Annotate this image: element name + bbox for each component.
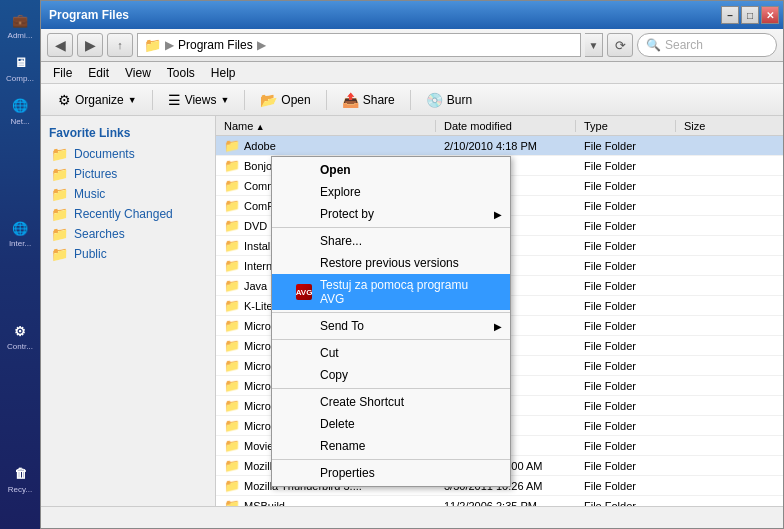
context-menu: OpenExploreProtect by▶Share...Restore pr…: [271, 156, 511, 487]
folder-icon-sm: 📁: [224, 358, 240, 373]
folder-icon-sm: 📁: [224, 238, 240, 253]
up-button[interactable]: ↑: [107, 33, 133, 57]
menu-view[interactable]: View: [117, 64, 159, 82]
context-menu-item[interactable]: Cut: [272, 342, 510, 364]
context-menu-item[interactable]: Explore: [272, 181, 510, 203]
forward-button[interactable]: ▶: [77, 33, 103, 57]
col-header-size[interactable]: Size: [676, 120, 783, 132]
address-bar-area: ◀ ▶ ↑ 📁 ▶ Program Files ▶ ▼ ⟳ 🔍 Search: [41, 29, 783, 62]
views-button[interactable]: ☰ Views ▼: [157, 87, 241, 113]
folder-icon-sm: 📁: [224, 278, 240, 293]
open-button[interactable]: 📂 Open: [249, 87, 321, 113]
window-title: Program Files: [49, 8, 129, 22]
close-button[interactable]: ✕: [761, 6, 779, 24]
file-type: File Folder: [576, 420, 676, 432]
sidebar-item-pictures[interactable]: 📁 Pictures: [47, 164, 209, 184]
context-menu-item[interactable]: Send To▶: [272, 315, 510, 337]
refresh-button[interactable]: ⟳: [607, 33, 633, 57]
context-menu-item[interactable]: Create Shortcut: [272, 391, 510, 413]
file-type: File Folder: [576, 460, 676, 472]
breadcrumb-path: Program Files: [178, 38, 253, 52]
file-type: File Folder: [576, 200, 676, 212]
left-icon-recy-label: Recy...: [8, 486, 32, 495]
col-header-type[interactable]: Type: [576, 120, 676, 132]
address-dropdown[interactable]: ▼: [585, 33, 603, 57]
sidebar-item-label-searches: Searches: [74, 227, 125, 241]
views-label: Views: [185, 93, 217, 107]
status-bar: [41, 506, 783, 528]
file-type: File Folder: [576, 360, 676, 372]
burn-label: Burn: [447, 93, 472, 107]
sidebar-item-public[interactable]: 📁 Public: [47, 244, 209, 264]
folder-icon-sm: 📁: [224, 258, 240, 273]
context-menu-item[interactable]: AVGTestuj za pomocą programu AVG: [272, 274, 510, 310]
context-menu-separator: [272, 388, 510, 389]
context-menu-item[interactable]: Share...: [272, 230, 510, 252]
context-menu-item[interactable]: Protect by▶: [272, 203, 510, 225]
context-menu-item[interactable]: Restore previous versions: [272, 252, 510, 274]
back-button[interactable]: ◀: [47, 33, 73, 57]
folder-icon-sm: 📁: [224, 298, 240, 313]
file-name: Adobe: [244, 140, 276, 152]
search-box[interactable]: 🔍 Search: [637, 33, 777, 57]
organize-dropdown-icon: ▼: [128, 95, 137, 105]
views-icon: ☰: [168, 92, 181, 108]
documents-icon: 📁: [51, 146, 68, 162]
minimize-button[interactable]: –: [721, 6, 739, 24]
menu-file[interactable]: File: [45, 64, 80, 82]
title-bar: Program Files – □ ✕: [41, 1, 783, 29]
ctx-item-label: Delete: [320, 417, 355, 431]
file-type: File Folder: [576, 380, 676, 392]
table-row[interactable]: 📁 MSBuild 11/2/2006 2:35 PM File Folder: [216, 496, 783, 506]
breadcrumb-arrow2: ▶: [257, 38, 266, 52]
file-type: File Folder: [576, 440, 676, 452]
searches-icon: 📁: [51, 226, 68, 242]
folder-icon-sm: 📁: [224, 418, 240, 433]
burn-button[interactable]: 💿 Burn: [415, 87, 483, 113]
context-menu-item[interactable]: Properties: [272, 462, 510, 484]
folder-icon-sm: 📁: [224, 498, 240, 506]
toolbar-divider-3: [326, 90, 327, 110]
folder-icon-sm: 📁: [224, 158, 240, 173]
ctx-item-label: Open: [320, 163, 351, 177]
share-button[interactable]: 📤 Share: [331, 87, 406, 113]
search-icon: 🔍: [646, 38, 661, 52]
sidebar-item-label-pictures: Pictures: [74, 167, 117, 181]
file-date: 2/10/2010 4:18 PM: [436, 140, 576, 152]
left-icon-ie-label: Inter...: [9, 240, 31, 249]
left-icon-admin-label: Admi...: [8, 32, 33, 41]
window-controls: – □ ✕: [721, 6, 779, 24]
organize-icon: ⚙: [58, 92, 71, 108]
file-type: File Folder: [576, 480, 676, 492]
file-type: File Folder: [576, 400, 676, 412]
menu-edit[interactable]: Edit: [80, 64, 117, 82]
table-row[interactable]: 📁 Adobe 2/10/2010 4:18 PM File Folder: [216, 136, 783, 156]
explorer-window: Program Files – □ ✕ ◀ ▶ ↑ 📁 ▶ Program Fi…: [40, 0, 784, 529]
menu-tools[interactable]: Tools: [159, 64, 203, 82]
organize-button[interactable]: ⚙ Organize ▼: [47, 87, 148, 113]
file-type: File Folder: [576, 340, 676, 352]
context-menu-item[interactable]: Delete: [272, 413, 510, 435]
address-box[interactable]: 📁 ▶ Program Files ▶: [137, 33, 581, 57]
context-menu-separator: [272, 339, 510, 340]
context-menu-item[interactable]: Copy: [272, 364, 510, 386]
context-menu-item[interactable]: Open: [272, 159, 510, 181]
file-name: Java: [244, 280, 267, 292]
sidebar-item-recently-changed[interactable]: 📁 Recently Changed: [47, 204, 209, 224]
file-type: File Folder: [576, 220, 676, 232]
sidebar: Favorite Links 📁 Documents 📁 Pictures 📁 …: [41, 116, 216, 506]
sidebar-item-searches[interactable]: 📁 Searches: [47, 224, 209, 244]
ctx-item-label: Protect by: [320, 207, 374, 221]
sidebar-item-music[interactable]: 📁 Music: [47, 184, 209, 204]
col-header-date[interactable]: Date modified: [436, 120, 576, 132]
open-label: Open: [281, 93, 310, 107]
sidebar-item-documents[interactable]: 📁 Documents: [47, 144, 209, 164]
folder-icon-sm: 📁: [224, 138, 240, 153]
maximize-button[interactable]: □: [741, 6, 759, 24]
col-header-name[interactable]: Name: [216, 120, 436, 132]
menu-help[interactable]: Help: [203, 64, 244, 82]
context-menu-item[interactable]: Rename: [272, 435, 510, 457]
organize-label: Organize: [75, 93, 124, 107]
folder-icon-sm: 📁: [224, 178, 240, 193]
folder-icon-sm: 📁: [224, 458, 240, 473]
